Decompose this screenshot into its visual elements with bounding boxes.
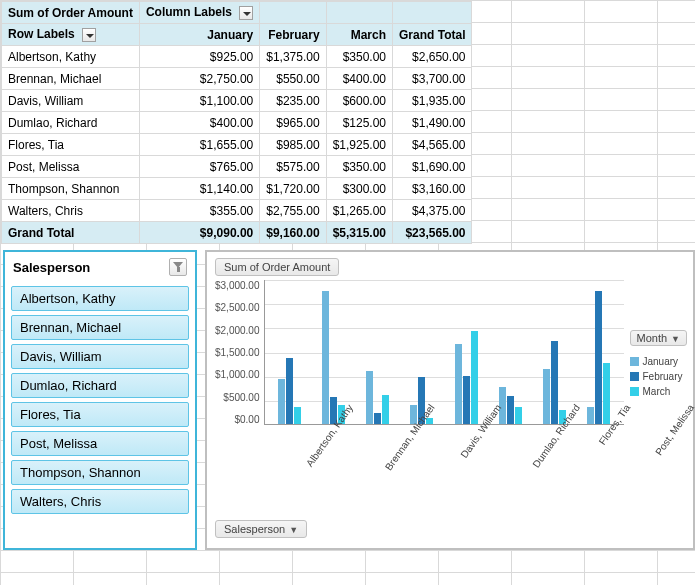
chevron-down-icon: ▼: [289, 525, 298, 535]
row-name: Flores, Tia: [2, 134, 140, 156]
row-total: $1,690.00: [393, 156, 472, 178]
legend-swatch-jan: [630, 357, 639, 366]
cell: $1,375.00: [260, 46, 326, 68]
chevron-down-icon: ▼: [671, 334, 680, 344]
row-labels-header[interactable]: Row Labels: [2, 24, 140, 46]
cell: $125.00: [326, 112, 392, 134]
slicer-item[interactable]: Flores, Tia: [11, 402, 189, 427]
row-total: $1,935.00: [393, 90, 472, 112]
col-grand-total[interactable]: Grand Total: [393, 24, 472, 46]
grand-total-label: Grand Total: [2, 222, 140, 244]
table-row[interactable]: Albertson, Kathy$925.00$1,375.00$350.00$…: [2, 46, 472, 68]
cell: $350.00: [326, 46, 392, 68]
cell: $400.00: [326, 68, 392, 90]
cell: $1,265.00: [326, 200, 392, 222]
row-dropdown-icon[interactable]: [82, 28, 96, 42]
total-feb: $9,160.00: [260, 222, 326, 244]
row-name: Post, Melissa: [2, 156, 140, 178]
cell: $600.00: [326, 90, 392, 112]
row-name: Thompson, Shannon: [2, 178, 140, 200]
row-name: Davis, William: [2, 90, 140, 112]
cell: $1,720.00: [260, 178, 326, 200]
table-row[interactable]: Davis, William$1,100.00$235.00$600.00$1,…: [2, 90, 472, 112]
clear-filter-icon[interactable]: [169, 258, 187, 276]
slicer-item[interactable]: Brennan, Michael: [11, 315, 189, 340]
table-row[interactable]: Thompson, Shannon$1,140.00$1,720.00$300.…: [2, 178, 472, 200]
row-name: Albertson, Kathy: [2, 46, 140, 68]
measure-pill[interactable]: Sum of Order Amount: [215, 258, 339, 276]
cell: $1,655.00: [139, 134, 259, 156]
row-name: Brennan, Michael: [2, 68, 140, 90]
row-total: $4,375.00: [393, 200, 472, 222]
cell: $965.00: [260, 112, 326, 134]
table-row[interactable]: Flores, Tia$1,655.00$985.00$1,925.00$4,5…: [2, 134, 472, 156]
total-grand: $23,565.00: [393, 222, 472, 244]
table-row[interactable]: Brennan, Michael$2,750.00$550.00$400.00$…: [2, 68, 472, 90]
table-row[interactable]: Post, Melissa$765.00$575.00$350.00$1,690…: [2, 156, 472, 178]
pivot-column-labels[interactable]: Column Labels: [139, 2, 259, 24]
cell: $985.00: [260, 134, 326, 156]
total-mar: $5,315.00: [326, 222, 392, 244]
legend-swatch-mar: [630, 387, 639, 396]
slicer-item[interactable]: Post, Melissa: [11, 431, 189, 456]
table-row[interactable]: Dumlao, Richard$400.00$965.00$125.00$1,4…: [2, 112, 472, 134]
cell: $400.00: [139, 112, 259, 134]
axis-field-pill[interactable]: Salesperson▼: [215, 520, 307, 538]
slicer-item[interactable]: Thompson, Shannon: [11, 460, 189, 485]
row-name: Dumlao, Richard: [2, 112, 140, 134]
cell: $550.00: [260, 68, 326, 90]
slicer-salesperson[interactable]: Salesperson Albertson, KathyBrennan, Mic…: [3, 250, 197, 550]
cell: $300.00: [326, 178, 392, 200]
cell: $925.00: [139, 46, 259, 68]
slicer-item[interactable]: Dumlao, Richard: [11, 373, 189, 398]
slicer-item[interactable]: Albertson, Kathy: [11, 286, 189, 311]
cell: $1,100.00: [139, 90, 259, 112]
y-axis-labels: $3,000.00$2,500.00$2,000.00$1,500.00$1,0…: [215, 280, 264, 425]
table-row[interactable]: Walters, Chris$355.00$2,755.00$1,265.00$…: [2, 200, 472, 222]
cell: $1,925.00: [326, 134, 392, 156]
row-name: Walters, Chris: [2, 200, 140, 222]
legend-field-pill[interactable]: Month▼: [630, 330, 688, 346]
row-total: $1,490.00: [393, 112, 472, 134]
cell: $2,750.00: [139, 68, 259, 90]
cell: $2,755.00: [260, 200, 326, 222]
col-mar[interactable]: March: [326, 24, 392, 46]
x-axis-labels: Albertson, KathyBrennan, MichaelDavis, W…: [271, 391, 624, 466]
slicer-item[interactable]: Walters, Chris: [11, 489, 189, 514]
pivot-measure-label: Sum of Order Amount: [2, 2, 140, 24]
row-total: $3,160.00: [393, 178, 472, 200]
row-total: $2,650.00: [393, 46, 472, 68]
cell: $350.00: [326, 156, 392, 178]
pivot-chart[interactable]: Sum of Order Amount $3,000.00$2,500.00$2…: [205, 250, 695, 550]
slicer-title: Salesperson: [13, 260, 90, 275]
pivot-table: Sum of Order Amount Column Labels Row La…: [1, 1, 472, 244]
col-feb[interactable]: February: [260, 24, 326, 46]
col-jan[interactable]: January: [139, 24, 259, 46]
legend-swatch-feb: [630, 372, 639, 381]
slicer-item[interactable]: Davis, William: [11, 344, 189, 369]
total-jan: $9,090.00: [139, 222, 259, 244]
cell: $1,140.00: [139, 178, 259, 200]
cell: $575.00: [260, 156, 326, 178]
cell: $355.00: [139, 200, 259, 222]
cell: $765.00: [139, 156, 259, 178]
row-total: $3,700.00: [393, 68, 472, 90]
cell: $235.00: [260, 90, 326, 112]
row-total: $4,565.00: [393, 134, 472, 156]
column-dropdown-icon[interactable]: [239, 6, 253, 20]
